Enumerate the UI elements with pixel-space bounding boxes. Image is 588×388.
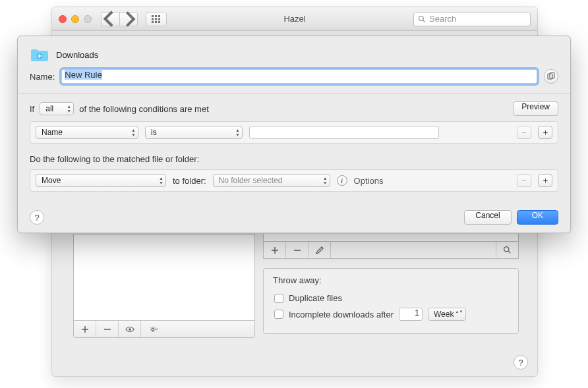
titlebar: Hazel Search bbox=[52, 7, 537, 31]
throw-away-panel: Throw away: Duplicate files Incomplete d… bbox=[263, 268, 519, 334]
svg-rect-8 bbox=[158, 21, 160, 23]
incomplete-downloads-unit[interactable]: Week ▲▼ bbox=[428, 308, 466, 321]
chevron-updown-icon: ▲▼ bbox=[235, 128, 240, 137]
rule-name-value: New Rule bbox=[65, 70, 102, 80]
duplicate-files-label: Duplicate files bbox=[289, 293, 342, 303]
folder-action-menu[interactable] bbox=[141, 321, 167, 337]
cancel-button[interactable]: Cancel bbox=[464, 210, 511, 225]
search-icon bbox=[418, 15, 426, 23]
folders-toolbar bbox=[74, 320, 254, 337]
background-content: Throw away: Duplicate files Incomplete d… bbox=[52, 234, 537, 376]
chevron-updown-icon: ▲▼ bbox=[456, 310, 463, 314]
rules-pane: Throw away: Duplicate files Incomplete d… bbox=[263, 234, 519, 356]
folder-name: Downloads bbox=[56, 50, 98, 60]
sheet-help-button[interactable]: ? bbox=[30, 210, 44, 225]
if-label: If bbox=[30, 104, 34, 114]
remove-condition-button[interactable]: − bbox=[517, 126, 531, 139]
condition-row: Name ▲▼ is ▲▼ − ＋ bbox=[30, 121, 558, 144]
action-row: Move ▲▼ to folder: No folder selected ▲▼… bbox=[30, 169, 558, 192]
svg-point-9 bbox=[419, 16, 424, 20]
remove-rule-button[interactable] bbox=[286, 242, 309, 258]
condition-value-input[interactable] bbox=[249, 126, 439, 139]
actions-label: Do the following to the matched file or … bbox=[30, 154, 558, 164]
close-window-button[interactable] bbox=[59, 15, 67, 23]
chevron-updown-icon: ▲▼ bbox=[159, 176, 163, 185]
chevron-updown-icon: ▲▼ bbox=[323, 176, 328, 185]
rule-name-input[interactable]: New Rule bbox=[61, 69, 537, 84]
minimize-window-button[interactable] bbox=[71, 15, 79, 23]
conditions-suffix: of the following conditions are met bbox=[79, 104, 209, 114]
back-button[interactable] bbox=[101, 12, 119, 26]
search-placeholder: Search bbox=[429, 14, 456, 24]
condition-scope-select[interactable]: all ▲▼ bbox=[40, 102, 74, 115]
copy-rule-button[interactable] bbox=[544, 69, 558, 84]
sheet-header: Downloads bbox=[18, 36, 570, 65]
chevron-updown-icon: ▲▼ bbox=[67, 104, 71, 113]
rule-search-button[interactable] bbox=[496, 242, 518, 258]
actions-section: Do the following to the matched file or … bbox=[18, 148, 570, 200]
rule-editor-sheet: Downloads Name: New Rule If all ▲▼ of th… bbox=[17, 36, 571, 233]
info-icon[interactable]: i bbox=[337, 175, 347, 186]
to-folder-label: to folder: bbox=[173, 176, 206, 186]
svg-point-12 bbox=[152, 328, 154, 331]
name-label: Name: bbox=[30, 72, 55, 82]
remove-action-button[interactable]: − bbox=[517, 174, 531, 187]
forward-button[interactable] bbox=[119, 12, 138, 26]
folders-list[interactable] bbox=[73, 234, 255, 338]
options-label[interactable]: Options bbox=[354, 176, 384, 186]
svg-rect-5 bbox=[158, 18, 160, 20]
incomplete-downloads-checkbox[interactable] bbox=[274, 310, 283, 319]
incomplete-downloads-value[interactable]: 1 bbox=[399, 308, 423, 321]
condition-attribute-select[interactable]: Name ▲▼ bbox=[36, 126, 138, 139]
svg-rect-6 bbox=[152, 21, 154, 23]
folder-icon bbox=[30, 47, 49, 63]
remove-folder-button[interactable] bbox=[96, 321, 119, 337]
svg-rect-2 bbox=[158, 15, 160, 17]
svg-rect-1 bbox=[155, 15, 157, 17]
sheet-footer: ? Cancel OK bbox=[18, 205, 570, 233]
rules-list[interactable] bbox=[263, 234, 519, 242]
svg-line-14 bbox=[508, 251, 510, 253]
add-folder-button[interactable] bbox=[74, 321, 96, 337]
incomplete-downloads-label: Incomplete downloads after bbox=[289, 310, 394, 319]
show-all-button[interactable] bbox=[146, 12, 167, 26]
throw-away-title: Throw away: bbox=[272, 275, 510, 285]
edit-rule-button[interactable] bbox=[309, 242, 331, 258]
duplicate-files-checkbox[interactable] bbox=[274, 294, 283, 303]
ok-button[interactable]: OK bbox=[517, 210, 558, 225]
action-verb-select[interactable]: Move ▲▼ bbox=[36, 174, 166, 187]
svg-line-10 bbox=[423, 20, 425, 22]
rules-toolbar bbox=[263, 242, 519, 259]
svg-point-13 bbox=[504, 247, 509, 252]
preview-button[interactable]: Preview bbox=[513, 101, 558, 116]
action-target-select[interactable]: No folder selected ▲▼ bbox=[213, 174, 330, 187]
search-field[interactable]: Search bbox=[413, 12, 531, 26]
zoom-window-button[interactable] bbox=[84, 15, 92, 23]
chevron-updown-icon: ▲▼ bbox=[131, 128, 136, 137]
nav-buttons bbox=[101, 12, 138, 26]
svg-rect-0 bbox=[152, 15, 154, 17]
preview-folder-button[interactable] bbox=[119, 321, 141, 337]
add-action-button[interactable]: ＋ bbox=[538, 174, 552, 187]
conditions-section: If all ▲▼ of the following conditions ar… bbox=[18, 94, 570, 148]
svg-rect-7 bbox=[155, 21, 157, 23]
condition-operator-select[interactable]: is ▲▼ bbox=[145, 126, 243, 139]
svg-point-11 bbox=[129, 328, 131, 331]
add-condition-button[interactable]: ＋ bbox=[538, 126, 552, 139]
svg-rect-4 bbox=[155, 18, 157, 20]
help-button[interactable]: ? bbox=[514, 355, 528, 370]
svg-rect-3 bbox=[152, 18, 154, 20]
traffic-lights bbox=[59, 15, 92, 23]
add-rule-button[interactable] bbox=[264, 242, 286, 258]
